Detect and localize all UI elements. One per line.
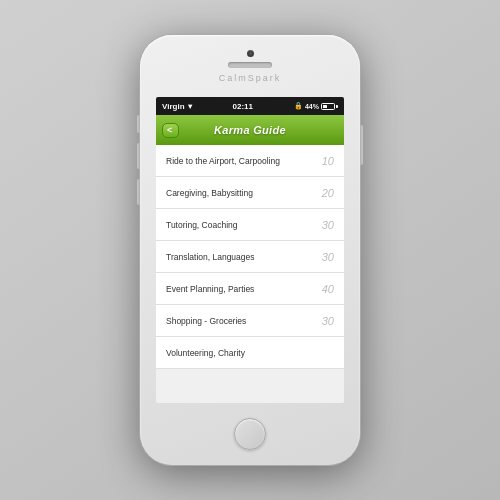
back-chevron-icon: < <box>167 126 172 135</box>
item-label: Tutoring, Coaching <box>166 220 314 230</box>
list-item[interactable]: Tutoring, Coaching30 <box>156 209 344 241</box>
item-label: Translation, Languages <box>166 252 314 262</box>
top-bezel: CalmSpark <box>140 35 360 97</box>
home-button[interactable] <box>234 418 266 450</box>
volume-up-button <box>137 143 140 169</box>
item-value: 30 <box>314 315 334 327</box>
item-value: 30 <box>314 251 334 263</box>
lock-icon: 🔒 <box>294 102 303 110</box>
battery-pct-label: 44% <box>305 103 319 110</box>
volume-down-button <box>137 179 140 205</box>
phone-frame: CalmSpark Virgin ▾ 02:11 🔒 44% <box>140 35 360 465</box>
screen: Virgin ▾ 02:11 🔒 44% < Karma Guide <box>156 97 344 403</box>
item-value: 20 <box>314 187 334 199</box>
status-left: Virgin ▾ <box>162 102 192 111</box>
item-label: Ride to the Airport, Carpooling <box>166 156 314 166</box>
list-item[interactable]: Translation, Languages30 <box>156 241 344 273</box>
status-bar: Virgin ▾ 02:11 🔒 44% <box>156 97 344 115</box>
list-item[interactable]: Shopping - Groceries30 <box>156 305 344 337</box>
item-label: Caregiving, Babysitting <box>166 188 314 198</box>
mute-button <box>137 115 140 133</box>
time-label: 02:11 <box>233 102 253 111</box>
nav-title: Karma Guide <box>214 124 286 136</box>
camera <box>247 50 254 57</box>
status-right: 🔒 44% <box>294 102 338 110</box>
list-item[interactable]: Caregiving, Babysitting20 <box>156 177 344 209</box>
wifi-icon: ▾ <box>188 102 192 111</box>
item-label: Volunteering, Charity <box>166 348 314 358</box>
back-button[interactable]: < <box>162 123 179 138</box>
item-value: 30 <box>314 219 334 231</box>
carrier-label: Virgin <box>162 102 185 111</box>
item-value: 10 <box>314 155 334 167</box>
speaker <box>228 62 272 68</box>
bottom-bezel <box>140 403 360 465</box>
nav-bar: < Karma Guide <box>156 115 344 145</box>
karma-list: Ride to the Airport, Carpooling10Caregiv… <box>156 145 344 403</box>
list-item[interactable]: Ride to the Airport, Carpooling10 <box>156 145 344 177</box>
battery-icon <box>321 103 338 110</box>
power-button <box>360 125 363 165</box>
list-item[interactable]: Event Planning, Parties40 <box>156 273 344 305</box>
brand-label: CalmSpark <box>219 73 282 83</box>
item-label: Event Planning, Parties <box>166 284 314 294</box>
item-label: Shopping - Groceries <box>166 316 314 326</box>
item-value: 40 <box>314 283 334 295</box>
list-item[interactable]: Volunteering, Charity <box>156 337 344 369</box>
